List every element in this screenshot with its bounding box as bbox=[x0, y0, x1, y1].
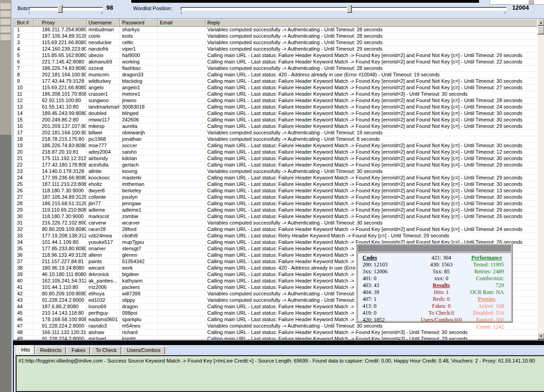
table-row[interactable]: 2314.140.0.178:3128allnitelooongVariable… bbox=[13, 168, 537, 175]
table-row[interactable]: 15200.249.86.2:80rmww117242606Calling ma… bbox=[13, 117, 537, 123]
scrollbar-thumb[interactable] bbox=[538, 26, 544, 35]
table-row[interactable]: 31216.226.72.102:8000carverwwcarverVaria… bbox=[13, 220, 537, 226]
column-header-email[interactable]: Email bbox=[158, 19, 205, 27]
table-row[interactable]: 28186.215.68.51:3128jbri77jenngawCalling… bbox=[13, 201, 537, 207]
table-cell: 62.92.115.100:80 bbox=[34, 98, 87, 104]
table-cell: 4 bbox=[13, 46, 34, 52]
table-row[interactable]: 3280.80.209.109:8080racer2828fordCalling… bbox=[13, 226, 537, 233]
table-row[interactable]: 1361.55.141.10:80landmarkmark30083018Cal… bbox=[13, 104, 537, 110]
table-cell: 9 bbox=[13, 78, 34, 84]
table-cell: vzb24mea bbox=[87, 233, 120, 239]
table-row[interactable]: 7186.226.74.83:8080ozzeatflashbacVariabl… bbox=[13, 65, 537, 72]
table-row[interactable]: 19186.226.74.83:8080moe777soccerCalling … bbox=[13, 143, 537, 149]
tab-hits[interactable]: Hits bbox=[17, 345, 35, 354]
scroll-down-icon[interactable]: ▼ bbox=[538, 333, 544, 340]
table-row[interactable]: 21175.111.192.12:3128airbundykdolanCalli… bbox=[13, 156, 537, 162]
table-cell bbox=[158, 329, 205, 335]
table-cell bbox=[158, 117, 205, 123]
table-row[interactable]: 1262.92.115.100:80sungwoojinwooCalling m… bbox=[13, 98, 537, 104]
table-cell: 48 bbox=[13, 329, 34, 335]
table-cell: working bbox=[120, 59, 158, 65]
table-cell: nnamer bbox=[87, 246, 120, 252]
hit-entry[interactable]: #1:http://fogginn:olliedog@imlive.com - … bbox=[17, 356, 544, 365]
table-row[interactable]: 9177.43.44.79:3128wildturkeyblackdogCall… bbox=[13, 78, 537, 85]
table-row[interactable]: 24177.99.236.66:8080koockoocmasterkiCall… bbox=[13, 175, 537, 181]
table-cell bbox=[158, 278, 205, 284]
table-cell: 216.226.72.102:8000 bbox=[34, 220, 87, 226]
wordlist-slider[interactable] bbox=[181, 7, 507, 11]
table-cell: Calling main URL - Last status: Failure … bbox=[205, 52, 537, 58]
table-row[interactable]: 5115.85.65.162:8080ubeziohal9000Calling … bbox=[13, 52, 537, 59]
table-cell: Variables computed successfully -> Authe… bbox=[205, 40, 537, 46]
table-row[interactable]: 6221.7.145.42:8080akmanu69workingCalling… bbox=[13, 59, 537, 65]
table-row[interactable]: 27187.105.34.89:3128collentejosslynCalli… bbox=[13, 194, 537, 201]
table-cell: dragon33 bbox=[120, 72, 158, 78]
bots-slider-thumb[interactable] bbox=[58, 5, 63, 13]
tab-to-check[interactable]: To Check bbox=[91, 346, 121, 354]
table-row[interactable]: 17202.181.164.100:80billweiobiewanjhVari… bbox=[13, 130, 537, 136]
table-cell: 200.249.86.2:80 bbox=[34, 117, 87, 123]
table-cell: 177.43.180.178:8080 bbox=[34, 162, 87, 168]
table-cell: richard bbox=[120, 329, 158, 335]
table-row[interactable]: 33177.19.208.138:3128vzb24meacliothi9Cal… bbox=[13, 233, 537, 239]
table-row[interactable]: 48166.111.132.120:3128aishawrichardCalli… bbox=[13, 329, 537, 336]
table-cell: 098poi bbox=[120, 310, 158, 316]
stat-item: Active: 168 bbox=[469, 303, 504, 310]
column-header-password[interactable]: Password bbox=[120, 19, 158, 27]
table-cell: 44 bbox=[13, 304, 34, 310]
table-row[interactable]: 29119.110.69.210:8080adlemeadleme1Callin… bbox=[13, 207, 537, 213]
table-cell: 1 bbox=[13, 27, 34, 33]
table-row[interactable]: 3115.69.221.66:8080neoduckiecelticVariab… bbox=[13, 40, 537, 46]
stat-item: Banned: 560 bbox=[469, 317, 504, 323]
table-row[interactable]: 25187.111.210.23:8080eholtzimthemanCalli… bbox=[13, 181, 537, 188]
table-cell: 177.43.44.79:3128 bbox=[34, 78, 87, 84]
bots-slider[interactable] bbox=[29, 7, 103, 11]
table-cell: josslyn bbox=[120, 194, 158, 200]
tab-users-combos[interactable]: Users/Combos bbox=[122, 346, 165, 354]
table-cell: 35 bbox=[13, 246, 34, 252]
table-row[interactable]: 4124.160.239.223:80narutofrkviper1Variab… bbox=[13, 46, 537, 52]
table-row[interactable]: 16201.209.137.107:8080mikespaureliaCalli… bbox=[13, 123, 537, 130]
table-cell: zombie bbox=[120, 213, 158, 219]
table-row[interactable]: 1186.211.7.254:8080mnbudmansharkysVariab… bbox=[13, 27, 537, 33]
table-cell: rriz2006 bbox=[87, 284, 120, 290]
tab-redirects[interactable]: Redirects bbox=[35, 346, 66, 354]
table-cell: moe777 bbox=[87, 143, 120, 149]
table-row[interactable]: 10115.69.221.66:8080angeloangelo1Calling… bbox=[13, 85, 537, 91]
table-cell: cliothi9 bbox=[120, 233, 158, 239]
column-header-proxy[interactable]: Proxy bbox=[34, 19, 87, 27]
table-cell: m54neo bbox=[120, 323, 158, 329]
table-cell: koockooc bbox=[87, 175, 120, 181]
table-cell bbox=[158, 304, 205, 310]
column-header-bot[interactable]: Bot # bbox=[13, 19, 34, 27]
wordlist-slider-thumb[interactable] bbox=[347, 5, 352, 13]
table-row[interactable]: 20218.87.20.10:81adey2004saishoCalling m… bbox=[13, 149, 537, 156]
table-row[interactable]: 8202.181.164.100:80municorndragon33Calli… bbox=[13, 72, 537, 78]
table-cell: billwei bbox=[87, 130, 120, 136]
table-cell: 187.111.210.23:8080 bbox=[34, 181, 87, 187]
table-row[interactable]: 11186.208.101.70:8080crasser1melore1Call… bbox=[13, 91, 537, 98]
table-cell: landmarkmark bbox=[87, 104, 120, 110]
codes-list: 200: 121033xx: 12006401: 0403: 43404: 39… bbox=[363, 261, 413, 323]
table-cell: kdolan bbox=[120, 156, 158, 161]
tab-fakes[interactable]: Fakes bbox=[67, 346, 90, 354]
table-cell bbox=[158, 310, 205, 316]
table-cell: jenngaw bbox=[120, 201, 158, 207]
statistics-panel-titlebar[interactable] bbox=[357, 245, 511, 252]
table-row[interactable]: 22177.43.180.178:8080acesfullagerlachCal… bbox=[13, 162, 537, 168]
table-row[interactable]: 18218.78.215.175:80jsc1968jonathanVariab… bbox=[13, 136, 537, 143]
column-header-reply[interactable]: Reply bbox=[205, 19, 537, 27]
column-header-username[interactable]: Username bbox=[87, 19, 120, 27]
stat-item: Combo/min: 729 bbox=[469, 275, 504, 289]
table-row[interactable]: 2187.105.34.89:3128coolstoolsVariables c… bbox=[13, 33, 537, 40]
table-row[interactable]: 30118.180.7.30:9000markscotzombieCalling… bbox=[13, 213, 537, 220]
table-cell bbox=[158, 336, 205, 340]
table-row[interactable]: 4991.228.224.2:8000michaelknightCalling … bbox=[13, 336, 537, 340]
table-row[interactable]: 14189.45.243.99:8080doubledblingedCallin… bbox=[13, 110, 537, 117]
table-cell bbox=[158, 143, 205, 149]
table-row[interactable]: 26118.180.7.30:9000dwyer8berkeleyCalling… bbox=[13, 188, 537, 194]
vertical-scrollbar[interactable]: ▲ ▼ bbox=[538, 19, 544, 340]
table-cell: 177.19.208.138:3128 bbox=[34, 233, 87, 239]
scroll-up-icon[interactable]: ▲ bbox=[538, 19, 544, 26]
table-cell: 118.96.133.49:3128 bbox=[34, 252, 87, 258]
